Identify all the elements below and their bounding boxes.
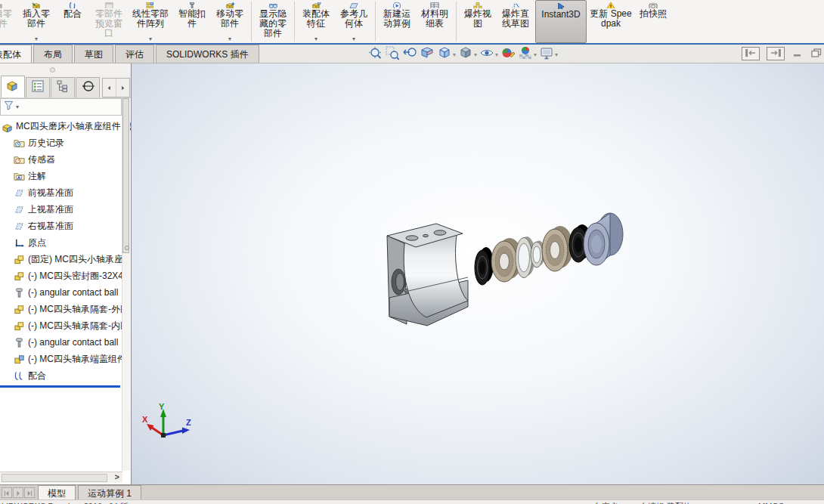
command-tab-3[interactable]: 评估 (115, 45, 154, 63)
doc-tab-1[interactable]: 运动算例 1 (78, 485, 141, 499)
panel-tab-scroll-right[interactable] (116, 79, 129, 97)
smart-fasteners-button[interactable]: 智能扣件 (174, 0, 210, 43)
command-tab-1[interactable]: 布局 (33, 45, 73, 63)
dropdown-caret-icon[interactable]: ▾ (555, 51, 558, 58)
zoom-to-area-icon (385, 45, 400, 63)
apply-scene-button[interactable]: ▾ (518, 45, 537, 63)
dropdown-caret-icon[interactable]: ▾ (474, 51, 477, 58)
housing-component[interactable] (387, 224, 468, 326)
tree-item[interactable]: 右视基准面 (0, 218, 131, 234)
tree-item-label: (-) MC四头密封圈-32X4 (28, 270, 123, 283)
tree-item[interactable]: 配合 (0, 367, 131, 384)
tree-item[interactable]: (-) MC四头轴承隔套-内圈 (0, 317, 131, 334)
horizontal-scroll-track[interactable] (2, 474, 107, 482)
feature-manager-tab[interactable] (1, 76, 25, 97)
panel-tab-scroll-left[interactable] (103, 79, 116, 97)
seal-ring-1-component[interactable] (475, 247, 494, 285)
doc-tab-0[interactable]: 模型 (38, 485, 76, 499)
tree-item[interactable]: 注解 (0, 168, 131, 184)
tree-item[interactable]: (-) MC四头轴承端盖组件 (0, 351, 131, 367)
assembly-features-button[interactable]: 装配体特征▾ (298, 0, 334, 43)
part-icon (14, 271, 25, 282)
linear-component-pattern-button[interactable]: 线性零部件阵列▾ (129, 0, 172, 43)
command-tabs-row: 装配体布局草图评估SOLIDWORKS 插件 ▾▾▾▾▾ (0, 45, 824, 63)
bearing-2-component[interactable] (542, 226, 573, 271)
end-cap-component[interactable] (584, 213, 623, 265)
zoom-to-area-button[interactable] (385, 45, 400, 63)
filter-caret-icon[interactable]: ▾ (16, 104, 19, 110)
tree-item[interactable]: (固定) MC四头小轴承座- (0, 251, 131, 267)
graphics-area[interactable]: X Y Z (132, 63, 824, 484)
section-view-button[interactable] (420, 45, 435, 63)
insert-component-button[interactable]: 插入零部件▾ (18, 0, 54, 43)
exploded-view-button[interactable]: 爆炸视图 (460, 0, 496, 43)
panel-expand-arrow[interactable]: > (115, 472, 119, 481)
tab-nav-next-button[interactable] (13, 487, 23, 498)
dropdown-caret-icon[interactable]: ▾ (453, 51, 456, 58)
annotations-folder-icon (14, 171, 25, 182)
tree-item[interactable]: 传感器 (0, 151, 131, 168)
vertical-scroll-thumb[interactable] (122, 98, 129, 253)
command-tab-assembly[interactable]: 装配体 (0, 45, 32, 63)
property-manager-tab[interactable] (26, 77, 50, 97)
tree-item[interactable]: (-) angular contact ball (0, 334, 131, 351)
tree-item[interactable]: 原点 (0, 234, 131, 251)
tab-nav-last-button[interactable] (24, 487, 35, 498)
tree-filter-row[interactable]: ▾ (0, 98, 122, 116)
restore-button[interactable] (810, 47, 822, 60)
dropdown-caret-icon[interactable]: ▾ (35, 36, 38, 42)
bill-of-materials-button[interactable]: 材料明细表 (417, 0, 453, 43)
dropdown-caret-icon[interactable]: ▾ (228, 36, 231, 42)
show-hidden-components-icon (266, 0, 280, 8)
reference-geometry-button[interactable]: 参考几何体▾ (336, 0, 372, 43)
dropdown-caret-icon[interactable]: ▾ (149, 36, 152, 42)
tree-item[interactable]: (-) MC四头轴承隔套-外圈 (0, 301, 131, 317)
pane-collapse-right-button[interactable] (767, 47, 785, 60)
tree-item-label: 前视基准面 (28, 187, 73, 199)
pane-collapse-left-icon (745, 47, 757, 60)
tab-nav-first-icon (4, 486, 10, 499)
command-tab-2[interactable]: 草图 (74, 45, 113, 63)
tree-item[interactable]: 上视基准面 (0, 201, 131, 218)
view-settings-button[interactable]: ▾ (539, 45, 558, 63)
configuration-manager-tab[interactable] (51, 77, 75, 97)
filter-funnel-icon[interactable] (3, 100, 14, 114)
tab-nav-first-button[interactable] (2, 487, 12, 498)
dropdown-caret-icon[interactable]: ▾ (534, 51, 537, 58)
view-orientation-button[interactable]: ▾ (437, 45, 456, 63)
command-tab-4[interactable]: SOLIDWORKS 插件 (156, 45, 259, 63)
new-motion-study-button[interactable]: 新建运动算例 (379, 0, 415, 43)
dimxpert-tab[interactable] (76, 77, 100, 97)
take-snapshot-button[interactable]: 拍快照 (635, 0, 671, 43)
minimize-button[interactable] (791, 47, 804, 60)
dropdown-caret-icon[interactable]: ▾ (352, 36, 355, 42)
show-hidden-components-button[interactable]: 显示隐藏的零部件 (255, 0, 291, 43)
tree-item[interactable]: (-) angular contact ball (0, 284, 131, 301)
tree-item[interactable]: 历史记录 (0, 135, 131, 151)
tree-item[interactable]: MC四头磨床小轴承座组件 (默认 (0, 118, 131, 135)
component-preview-window-button[interactable]: 零部件预览窗口 (91, 0, 127, 43)
hide-show-items-button[interactable]: ▾ (479, 45, 498, 63)
tree-item[interactable]: (-) MC四头密封圈-32X4 (0, 267, 131, 284)
previous-view-button[interactable] (402, 45, 417, 63)
dropdown-caret-icon[interactable]: ▾ (495, 51, 498, 58)
view-orientation-icon (437, 45, 452, 63)
move-component-button[interactable]: 移动零部件▾ (212, 0, 248, 43)
panel-vertical-scrollbar[interactable] (122, 98, 130, 471)
edit-component-button[interactable]: 编辑零部件 (0, 0, 17, 43)
display-style-button[interactable]: ▾ (458, 45, 477, 63)
zoom-to-fit-button[interactable] (367, 45, 383, 63)
display-style-icon (458, 45, 473, 63)
panel-splitter-grip[interactable] (50, 67, 55, 73)
panel-horizontal-scrollbar[interactable]: > (0, 472, 122, 483)
rollback-bar[interactable] (0, 385, 120, 388)
edit-appearance-button[interactable] (500, 45, 516, 63)
update-speedpak-button[interactable]: 更新 Speedpak (588, 0, 633, 43)
explode-line-sketch-button[interactable]: 爆炸直线草图 (497, 0, 534, 43)
pane-collapse-left-button[interactable] (742, 47, 760, 60)
tree-item[interactable]: 前视基准面 (0, 184, 131, 201)
mate-button[interactable]: 配合 (56, 0, 89, 43)
dropdown-caret-icon[interactable]: ▾ (314, 36, 318, 42)
panel-tab-scroll (102, 78, 130, 97)
instant3d-button[interactable]: Instant3D (535, 0, 587, 43)
